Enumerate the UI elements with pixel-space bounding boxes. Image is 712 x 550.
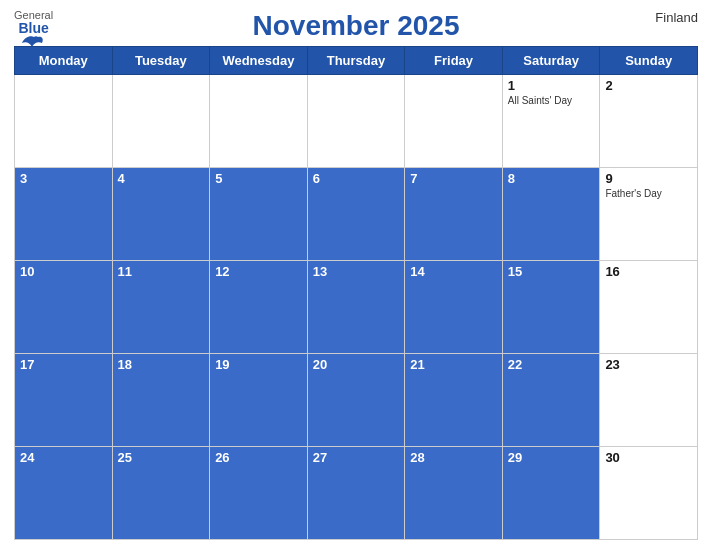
calendar-cell: 14 bbox=[405, 261, 503, 354]
day-number: 1 bbox=[508, 78, 595, 93]
day-number: 28 bbox=[410, 450, 497, 465]
page-title: November 2025 bbox=[252, 10, 459, 42]
day-number: 12 bbox=[215, 264, 302, 279]
weekday-header-saturday: Saturday bbox=[502, 47, 600, 75]
day-number: 11 bbox=[118, 264, 205, 279]
day-number: 25 bbox=[118, 450, 205, 465]
calendar-cell: 22 bbox=[502, 354, 600, 447]
day-number: 16 bbox=[605, 264, 692, 279]
day-number: 26 bbox=[215, 450, 302, 465]
week-row-1: 1All Saints' Day2 bbox=[15, 75, 698, 168]
holiday-label: Father's Day bbox=[605, 188, 692, 199]
weekday-header-friday: Friday bbox=[405, 47, 503, 75]
calendar-cell: 24 bbox=[15, 447, 113, 540]
holiday-label: All Saints' Day bbox=[508, 95, 595, 106]
calendar-cell: 18 bbox=[112, 354, 210, 447]
day-number: 13 bbox=[313, 264, 400, 279]
weekday-header-wednesday: Wednesday bbox=[210, 47, 308, 75]
calendar-cell: 13 bbox=[307, 261, 405, 354]
calendar-cell: 29 bbox=[502, 447, 600, 540]
calendar-cell bbox=[15, 75, 113, 168]
day-number: 29 bbox=[508, 450, 595, 465]
calendar-cell bbox=[112, 75, 210, 168]
weekday-header-tuesday: Tuesday bbox=[112, 47, 210, 75]
calendar-cell: 19 bbox=[210, 354, 308, 447]
day-number: 9 bbox=[605, 171, 692, 186]
day-number: 10 bbox=[20, 264, 107, 279]
calendar-cell: 26 bbox=[210, 447, 308, 540]
weekday-header-sunday: Sunday bbox=[600, 47, 698, 75]
day-number: 3 bbox=[20, 171, 107, 186]
week-row-3: 10111213141516 bbox=[15, 261, 698, 354]
calendar-cell: 20 bbox=[307, 354, 405, 447]
calendar-cell: 30 bbox=[600, 447, 698, 540]
day-number: 30 bbox=[605, 450, 692, 465]
calendar-cell: 25 bbox=[112, 447, 210, 540]
day-number: 20 bbox=[313, 357, 400, 372]
day-number: 14 bbox=[410, 264, 497, 279]
day-number: 19 bbox=[215, 357, 302, 372]
calendar-cell: 16 bbox=[600, 261, 698, 354]
week-row-4: 17181920212223 bbox=[15, 354, 698, 447]
calendar-cell bbox=[405, 75, 503, 168]
calendar-cell: 1All Saints' Day bbox=[502, 75, 600, 168]
calendar-cell: 5 bbox=[210, 168, 308, 261]
logo: General Blue bbox=[14, 10, 53, 53]
day-number: 5 bbox=[215, 171, 302, 186]
calendar-cell: 12 bbox=[210, 261, 308, 354]
weekday-header-row: MondayTuesdayWednesdayThursdayFridaySatu… bbox=[15, 47, 698, 75]
day-number: 18 bbox=[118, 357, 205, 372]
calendar-table: MondayTuesdayWednesdayThursdayFridaySatu… bbox=[14, 46, 698, 540]
day-number: 6 bbox=[313, 171, 400, 186]
calendar-cell bbox=[307, 75, 405, 168]
logo-bird-icon bbox=[20, 35, 48, 53]
calendar-cell: 4 bbox=[112, 168, 210, 261]
calendar-header-row: MondayTuesdayWednesdayThursdayFridaySatu… bbox=[15, 47, 698, 75]
calendar-cell: 11 bbox=[112, 261, 210, 354]
calendar-cell: 23 bbox=[600, 354, 698, 447]
day-number: 8 bbox=[508, 171, 595, 186]
calendar-cell: 21 bbox=[405, 354, 503, 447]
country-label: Finland bbox=[655, 10, 698, 25]
calendar-cell: 9Father's Day bbox=[600, 168, 698, 261]
calendar-cell: 6 bbox=[307, 168, 405, 261]
day-number: 21 bbox=[410, 357, 497, 372]
calendar-cell bbox=[210, 75, 308, 168]
day-number: 17 bbox=[20, 357, 107, 372]
calendar-cell: 28 bbox=[405, 447, 503, 540]
day-number: 22 bbox=[508, 357, 595, 372]
calendar-cell: 3 bbox=[15, 168, 113, 261]
calendar-cell: 27 bbox=[307, 447, 405, 540]
calendar-header: General Blue November 2025 Finland bbox=[14, 10, 698, 42]
calendar-cell: 8 bbox=[502, 168, 600, 261]
weekday-header-thursday: Thursday bbox=[307, 47, 405, 75]
day-number: 27 bbox=[313, 450, 400, 465]
day-number: 23 bbox=[605, 357, 692, 372]
day-number: 24 bbox=[20, 450, 107, 465]
calendar-cell: 17 bbox=[15, 354, 113, 447]
calendar-cell: 2 bbox=[600, 75, 698, 168]
logo-blue-text: Blue bbox=[18, 21, 48, 35]
calendar-body: 1All Saints' Day23456789Father's Day1011… bbox=[15, 75, 698, 540]
calendar-cell: 7 bbox=[405, 168, 503, 261]
calendar-cell: 15 bbox=[502, 261, 600, 354]
calendar-cell: 10 bbox=[15, 261, 113, 354]
week-row-2: 3456789Father's Day bbox=[15, 168, 698, 261]
day-number: 4 bbox=[118, 171, 205, 186]
day-number: 2 bbox=[605, 78, 692, 93]
day-number: 7 bbox=[410, 171, 497, 186]
week-row-5: 24252627282930 bbox=[15, 447, 698, 540]
day-number: 15 bbox=[508, 264, 595, 279]
